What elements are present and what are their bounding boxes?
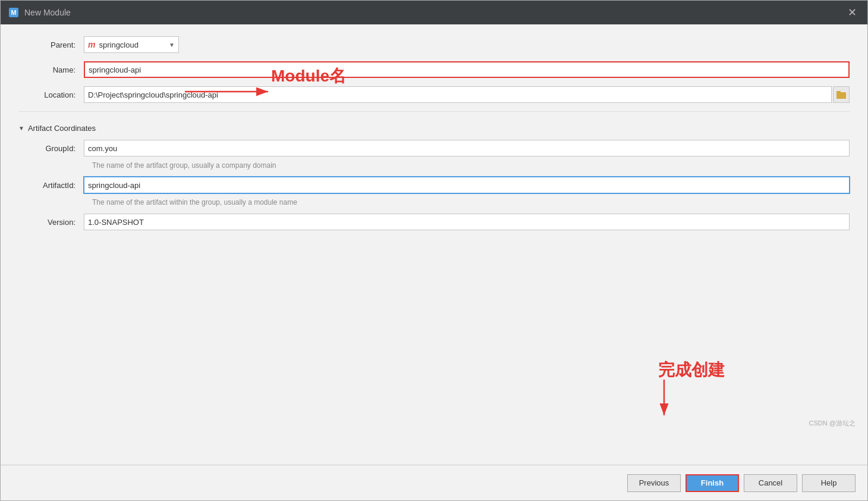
groupid-row: GroupId: [18,140,850,156]
annotation-finish-container: 完成创建 [658,359,725,381]
close-button[interactable]: ✕ [844,6,860,19]
version-row: Version: [18,214,850,230]
annotation-finish-arrow [640,377,688,426]
folder-icon [836,90,846,99]
name-input[interactable] [84,61,850,78]
parent-row: Parent: m springcloud ▼ [18,36,850,53]
previous-label: Previous [639,478,669,487]
dialog-icon: M [8,7,20,18]
finish-label: Finish [701,478,724,487]
svg-rect-4 [836,92,846,99]
dialog-footer: Previous Finish Cancel Help [1,465,867,500]
artifactid-hint: The name of the artifact within the grou… [92,198,850,206]
cancel-label: Cancel [759,478,782,487]
svg-rect-5 [836,91,841,93]
version-input[interactable] [84,214,850,230]
groupid-hint: The name of the artifact group, usually … [92,161,850,170]
browse-folder-button[interactable] [833,86,850,103]
dialog-title: New Module [24,8,71,17]
location-label: Location: [18,90,84,99]
artifact-section-title: Artifact Coordinates [28,124,96,133]
name-label: Name: [18,65,84,74]
artifact-section-header: ▼ Artifact Coordinates [18,124,850,133]
artifactid-input[interactable] [84,177,850,193]
artifactid-label: ArtifactId: [18,181,84,190]
previous-button[interactable]: Previous [627,474,681,492]
name-row: Name: [18,61,850,78]
finish-arrow-svg [640,377,688,424]
location-row-inner [84,86,850,103]
chevron-down-icon: ▼ [169,42,175,48]
artifactid-row: ArtifactId: [18,177,850,193]
title-bar-left: M New Module [8,7,71,18]
groupid-input[interactable] [84,140,850,156]
parent-m-icon: m [88,40,95,49]
parent-dropdown[interactable]: m springcloud ▼ [84,36,179,53]
watermark: CSDN @游坛之 [809,419,856,428]
annotation-finish-label: 完成创建 [658,361,725,379]
svg-text:M: M [11,9,16,16]
artifact-section: ▼ Artifact Coordinates GroupId: The name… [18,111,850,230]
version-label: Version: [18,218,84,227]
section-toggle-icon[interactable]: ▼ [18,125,24,131]
help-label: Help [821,478,837,487]
groupid-label: GroupId: [18,144,84,153]
parent-value: springcloud [99,40,139,49]
location-row: Location: [18,86,850,103]
cancel-button[interactable]: Cancel [744,474,797,492]
dialog-content: Parent: m springcloud ▼ Name: [1,24,867,465]
parent-label: Parent: [18,40,84,49]
help-button[interactable]: Help [802,474,856,492]
location-input[interactable] [84,86,832,103]
new-module-dialog: M New Module ✕ Parent: m springcloud ▼ N… [0,0,868,501]
title-bar: M New Module ✕ [1,1,867,24]
finish-button[interactable]: Finish [685,474,739,492]
